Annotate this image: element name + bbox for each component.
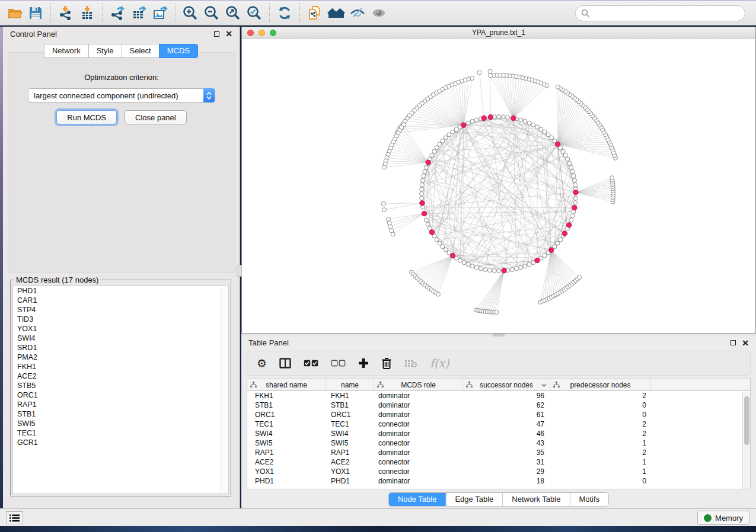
column-header-predecessor-nodes[interactable]: predecessor nodes [550, 379, 651, 390]
mcds-result-item[interactable]: TID3 [13, 315, 228, 324]
image-export-icon [152, 5, 168, 21]
search-input[interactable] [594, 9, 739, 18]
show-columns-icon[interactable] [279, 358, 291, 368]
mcds-result-item[interactable]: PMA2 [13, 352, 228, 362]
vertical-splitter-handle[interactable] [237, 265, 242, 277]
zoom-fit-icon[interactable] [222, 2, 244, 24]
column-header-name[interactable]: name [326, 379, 374, 390]
add-column-icon[interactable] [358, 358, 369, 368]
close-panel-icon[interactable]: ✕ [225, 31, 232, 37]
tab-select[interactable]: Select [122, 44, 160, 58]
zoom-in-icon[interactable] [180, 2, 201, 24]
show-all-icon[interactable] [368, 2, 390, 24]
mcds-result-item[interactable]: TEC1 [13, 428, 228, 438]
mcds-result-item[interactable]: YOX1 [13, 324, 228, 334]
search-field[interactable] [575, 5, 745, 21]
column-header-shared-name[interactable]: shared name [247, 379, 326, 390]
network-window-titlebar[interactable]: YPA_prune.txt_1 [242, 27, 755, 39]
delete-column-icon[interactable] [381, 357, 392, 369]
task-history-button[interactable] [6, 511, 23, 524]
table-row[interactable]: STB1STB1dominator620 [247, 400, 750, 410]
tab-network[interactable]: Network [44, 44, 89, 58]
network-graph [242, 39, 755, 333]
column-header-MCDS-role[interactable]: MCDS role [374, 379, 463, 390]
mcds-result-item[interactable]: STP4 [13, 305, 228, 315]
table-cell: dominator [374, 391, 463, 400]
mcds-result-item[interactable]: GCR1 [13, 438, 228, 447]
tab-edge-table[interactable]: Edge Table [445, 493, 502, 506]
mcds-result-item[interactable]: ACE2 [13, 371, 228, 381]
column-label: predecessor nodes [570, 381, 630, 389]
select-all-icon[interactable] [304, 360, 318, 367]
zoom-out-icon[interactable] [201, 2, 222, 24]
checked-boxes-icon [304, 360, 318, 367]
column-header-successor-nodes[interactable]: successor nodes [463, 379, 550, 390]
import-network-icon[interactable] [55, 2, 76, 24]
tab-network-table[interactable]: Network Table [502, 493, 569, 506]
unselect-all-icon[interactable] [331, 360, 346, 367]
zoom-selected-icon[interactable] [244, 2, 265, 24]
mcds-result-item[interactable]: SRD1 [13, 343, 228, 352]
mcds-result-item[interactable]: STB5 [13, 381, 228, 390]
table-cell: SWI4 [247, 429, 326, 438]
tab-mcds[interactable]: MCDS [159, 44, 198, 58]
duplicate-network-icon[interactable] [304, 2, 326, 24]
close-window-icon[interactable] [247, 30, 254, 36]
table-panel-title: Table Panel [248, 338, 289, 347]
table-row[interactable]: TEC1TEC1connector472 [247, 419, 750, 429]
control-panel-title: Control Panel [10, 30, 57, 39]
mcds-result-item[interactable]: PHD1 [13, 286, 228, 296]
hide-selected-icon[interactable] [347, 2, 368, 24]
list-scrollbar[interactable] [221, 286, 228, 493]
run-mcds-button[interactable]: Run MCDS [56, 110, 117, 124]
mcds-result-item[interactable]: CAR1 [13, 296, 228, 305]
columns-icon [279, 358, 291, 368]
table-row[interactable]: RAP1RAP1dominator352 [247, 448, 750, 457]
maximize-window-icon[interactable] [270, 30, 276, 36]
float-panel-icon[interactable] [214, 31, 219, 37]
export-table-icon[interactable] [128, 2, 149, 24]
open-file-icon[interactable] [4, 2, 25, 24]
first-neighbors-icon[interactable] [326, 2, 347, 24]
import-table-icon[interactable] [76, 2, 98, 24]
mcds-result-title: MCDS result (17 nodes) [14, 275, 100, 284]
export-image-icon[interactable] [149, 2, 171, 24]
mcds-result-item[interactable]: FKH1 [13, 362, 228, 371]
empty-boxes-icon [331, 360, 346, 367]
float-table-panel-icon[interactable] [731, 340, 736, 345]
tab-style[interactable]: Style [88, 44, 122, 58]
table-cell: dominator [374, 400, 463, 410]
table-cell: PHD1 [326, 476, 374, 486]
table-row[interactable]: SWI4SWI4dominator462 [247, 429, 750, 438]
criterion-dropdown[interactable]: largest connected component (undirected) [28, 88, 215, 102]
list-icon [9, 514, 20, 522]
mcds-result-item[interactable]: SWI4 [13, 334, 228, 343]
table-row[interactable]: ORC1ORC1dominator610 [247, 410, 750, 419]
table-row[interactable]: ACE2ACE2connector311 [247, 457, 750, 467]
table-row[interactable]: FKH1FKH1dominator962 [247, 391, 750, 400]
memory-button[interactable]: Memory [697, 511, 749, 525]
search-icon [581, 9, 590, 18]
mcds-result-item[interactable]: RAP1 [13, 400, 228, 409]
table-scrollbar[interactable] [742, 392, 750, 489]
mcds-result-item[interactable]: ORC1 [13, 390, 228, 400]
export-network-icon[interactable] [107, 2, 128, 24]
network-canvas[interactable] [242, 39, 755, 333]
tab-node-table[interactable]: Node Table [389, 493, 446, 506]
minimize-window-icon[interactable] [259, 30, 265, 36]
table-scrollbar-thumb[interactable] [744, 396, 749, 445]
tab-motifs[interactable]: Motifs [569, 493, 608, 506]
close-panel-button[interactable]: Close panel [125, 110, 187, 124]
table-cell: 2 [550, 429, 651, 438]
mcds-result-item[interactable]: SWI5 [13, 419, 228, 428]
table-row[interactable]: SWI5SWI5connector431 [247, 438, 750, 448]
table-row[interactable]: PHD1PHD1dominator180 [247, 476, 750, 486]
save-session-icon[interactable] [25, 2, 46, 24]
refresh-icon[interactable] [274, 2, 295, 24]
close-table-panel-icon[interactable]: ✕ [742, 340, 749, 346]
mcds-result-item[interactable]: STB1 [13, 409, 228, 419]
table-cell: 1 [550, 438, 651, 448]
settings-gear-icon[interactable]: ⚙ [257, 357, 267, 370]
table-cell: 0 [550, 476, 651, 486]
table-row[interactable]: YOX1YOX1connector291 [247, 467, 750, 476]
